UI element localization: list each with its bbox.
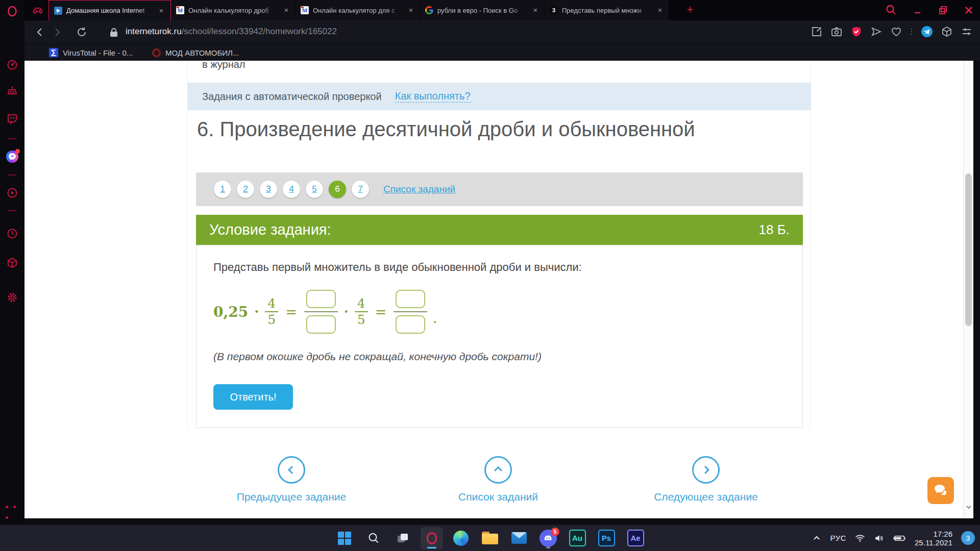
- messenger-icon[interactable]: [6, 151, 18, 163]
- previous-task-button[interactable]: Предыдущее задание: [210, 456, 373, 503]
- settings-gear-icon[interactable]: [6, 291, 18, 304]
- scrollbar-down-arrow[interactable]: [965, 504, 972, 511]
- chat-bubbles-icon: [933, 484, 949, 498]
- browser-sidebar: [0, 0, 24, 525]
- tab-interneturok[interactable]: Домашняя школа Internet: [48, 0, 171, 20]
- taskbar-mail[interactable]: [508, 527, 530, 549]
- numerator-input-2[interactable]: [396, 290, 425, 308]
- opera-gx-logo-icon[interactable]: [6, 5, 18, 17]
- tab-calc-1[interactable]: Онлайн калькулятор дроб: [171, 0, 296, 20]
- browser-search-icon[interactable]: [884, 3, 898, 17]
- answer-button[interactable]: Ответить!: [213, 384, 293, 410]
- start-button[interactable]: [333, 527, 356, 549]
- extensions-cube-icon[interactable]: [941, 26, 953, 38]
- shield-badge-icon[interactable]: [850, 26, 863, 38]
- wifi-icon[interactable]: [855, 534, 865, 543]
- url-host: interneturok.ru: [126, 27, 182, 36]
- bookmark-virustotal[interactable]: VirusTotal - File - 0...: [49, 47, 133, 58]
- windows-taskbar: 5 Au Ps Ae РУС 17:26 25.11.2021: [0, 525, 980, 551]
- tab-close-icon[interactable]: [531, 6, 540, 14]
- google-favicon: [425, 6, 433, 14]
- gx-cleaner-icon[interactable]: [6, 85, 18, 97]
- battery-icon[interactable]: [893, 534, 906, 543]
- tab-close-icon[interactable]: [157, 7, 165, 15]
- minimize-button[interactable]: [911, 3, 925, 17]
- task-number-7[interactable]: 7: [352, 181, 369, 198]
- next-task-button[interactable]: Следующее задание: [624, 456, 788, 503]
- how-to-do-link[interactable]: Как выполнять?: [395, 90, 471, 103]
- snapshot-camera-icon[interactable]: [830, 26, 843, 38]
- easy-setup-sliders-icon[interactable]: [961, 26, 973, 38]
- chevron-right-icon[interactable]: [692, 456, 720, 484]
- edge-icon: [453, 531, 469, 546]
- task-number-3[interactable]: 3: [260, 181, 277, 198]
- reload-icon[interactable]: [76, 26, 88, 38]
- tray-chevron-up-icon[interactable]: [812, 534, 821, 543]
- restore-button[interactable]: [936, 3, 950, 17]
- taskbar-aftereffects[interactable]: Ae: [624, 527, 647, 549]
- windows-logo-icon: [338, 532, 351, 545]
- my-flow-icon[interactable]: [870, 26, 883, 38]
- gx-corner-icon[interactable]: [32, 4, 44, 16]
- tab-strip: Домашняя школа Internet Онлайн калькулят…: [24, 0, 980, 21]
- scrollbar-thumb[interactable]: [965, 173, 972, 326]
- notification-count-badge[interactable]: 3: [961, 531, 975, 545]
- taskbar-audition[interactable]: Au: [566, 527, 589, 549]
- new-tab-button[interactable]: [683, 3, 697, 16]
- lock-icon[interactable]: [110, 28, 118, 37]
- taskbar-edge[interactable]: [450, 527, 472, 549]
- task-number-6-active[interactable]: 6: [329, 181, 346, 198]
- volume-icon[interactable]: [874, 534, 884, 543]
- speed-dial-icon[interactable]: [6, 59, 18, 71]
- taskbar-file-explorer[interactable]: [479, 527, 501, 549]
- player-icon[interactable]: [6, 187, 18, 199]
- tab-task[interactable]: 3 Представь первый множи: [545, 0, 669, 20]
- support-chat-button[interactable]: [927, 477, 954, 504]
- task-number-5[interactable]: 5: [306, 181, 323, 198]
- task-view-button[interactable]: [391, 527, 414, 549]
- mail-icon: [511, 532, 527, 544]
- sidebar-more-icon[interactable]: [5, 502, 24, 523]
- tab-close-icon[interactable]: [656, 6, 664, 14]
- close-window-button[interactable]: [962, 3, 976, 17]
- denominator-input-1[interactable]: [306, 315, 336, 334]
- decimal-factor: 0,25: [213, 304, 248, 320]
- history-icon[interactable]: [6, 228, 18, 240]
- twitch-icon[interactable]: [6, 113, 18, 125]
- task-number-2[interactable]: 2: [237, 181, 254, 198]
- back-icon[interactable]: [34, 26, 46, 38]
- favorites-heart-icon[interactable]: [890, 26, 902, 38]
- bookmark-mod[interactable]: МОД АВТОМОБИЛ...: [152, 47, 239, 58]
- language-indicator[interactable]: РУС: [830, 534, 846, 542]
- task-number-1[interactable]: 1: [214, 181, 231, 198]
- answer-fraction-2: [394, 290, 427, 334]
- search-button[interactable]: [362, 527, 385, 549]
- forward-icon[interactable]: [51, 26, 63, 38]
- tab-close-icon[interactable]: [282, 6, 290, 14]
- task-note: (В первом окошке дробь не сокращай, коне…: [213, 350, 542, 363]
- denominator-input-2[interactable]: [396, 315, 425, 334]
- chevron-left-icon[interactable]: [278, 456, 305, 484]
- tab-close-icon[interactable]: [407, 6, 415, 14]
- audition-icon: Au: [569, 530, 586, 546]
- taskbar-discord[interactable]: 5: [537, 527, 559, 549]
- chevron-up-icon[interactable]: [484, 456, 512, 484]
- clock-datetime[interactable]: 17:26 25.11.2021: [915, 530, 952, 547]
- tab-calc-2[interactable]: Онлайн калькулятор для с: [296, 0, 420, 20]
- extension-telegram-icon[interactable]: [921, 26, 933, 38]
- task-list-link[interactable]: Список заданий: [383, 184, 455, 195]
- clipped-journal-text: в журнал: [202, 61, 246, 71]
- taskbar-opera-gx[interactable]: [421, 527, 443, 549]
- separator-dots-icon: [910, 26, 913, 38]
- tab-google-search[interactable]: рубли в евро - Поиск в Go: [420, 0, 545, 20]
- pinboard-icon[interactable]: [811, 26, 823, 38]
- url-field[interactable]: interneturok.ru/school/lesson/33942/home…: [126, 27, 337, 37]
- opera-gx-icon: [425, 531, 439, 545]
- photoshop-icon: Ps: [598, 530, 615, 546]
- numerator-input-1[interactable]: [306, 290, 336, 308]
- task-number-4[interactable]: 4: [283, 181, 300, 198]
- taskbar-photoshop[interactable]: Ps: [595, 527, 618, 549]
- extensions-cube-icon[interactable]: [6, 257, 18, 269]
- aftereffects-icon: Ae: [627, 530, 644, 546]
- task-list-button[interactable]: Список заданий: [416, 456, 580, 503]
